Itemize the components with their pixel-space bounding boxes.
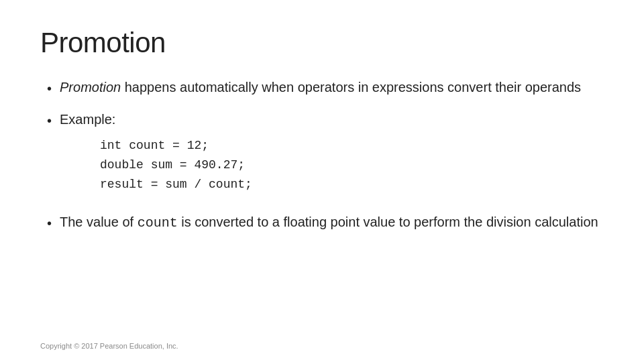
- bullet-item-3: • The value of count is converted to a f…: [47, 213, 604, 233]
- bullet-text-2: Example:: [60, 112, 115, 127]
- bullet-item-2: • Example: int count = 12; double sum = …: [47, 110, 604, 200]
- bullet-text-3-before: The value of: [60, 215, 138, 229]
- inline-code-count: count: [138, 215, 178, 231]
- code-line-1: int count = 12;: [100, 139, 209, 152]
- bullet-text-3-after: is converted to a floating point value t…: [178, 215, 598, 229]
- copyright-text: Copyright © 2017 Pearson Education, Inc.: [40, 342, 178, 350]
- code-block: int count = 12; double sum = 490.27; res…: [100, 136, 252, 194]
- slide-title: Promotion: [40, 27, 604, 59]
- code-line-2: double sum = 490.27;: [100, 158, 245, 172]
- bullet-text-1: Promotion happens automatically when ope…: [60, 78, 581, 97]
- code-line-3: result = sum / count;: [100, 178, 252, 191]
- bullet-dot-1: •: [47, 79, 52, 98]
- italic-promotion: Promotion: [60, 80, 121, 95]
- bullet-dot-2: •: [47, 111, 52, 130]
- bullet-text-3: The value of count is converted to a flo…: [60, 213, 598, 233]
- bullet-text-2-wrapper: Example: int count = 12; double sum = 49…: [60, 110, 252, 200]
- bullet-text-1-after: happens automatically when operators in …: [121, 80, 581, 95]
- slide-content: • Promotion happens automatically when o…: [40, 78, 604, 233]
- slide: Promotion • Promotion happens automatica…: [0, 0, 644, 362]
- bullet-dot-3: •: [47, 214, 52, 233]
- bullet-item-1: • Promotion happens automatically when o…: [47, 78, 604, 98]
